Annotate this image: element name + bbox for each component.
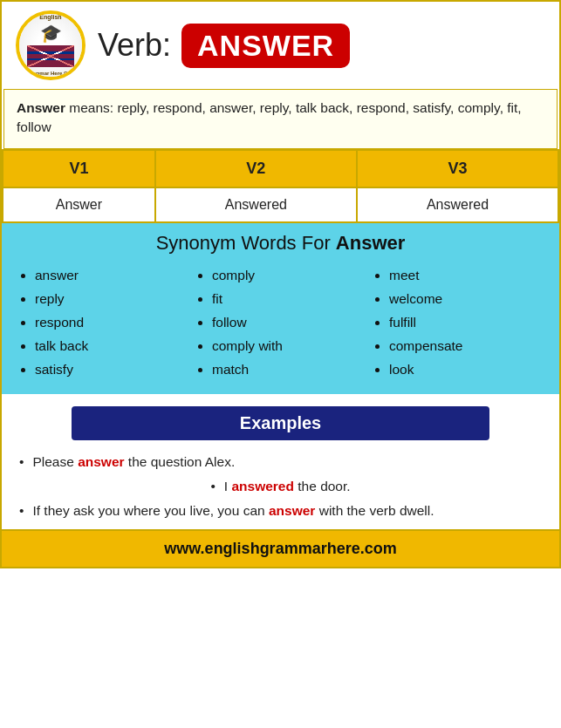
list-item: satisfy	[35, 357, 188, 381]
bullet-icon-3: •	[19, 503, 24, 519]
synonym-title-text: Synonym Words For	[156, 232, 336, 254]
title-area: Verb: ANSWER	[98, 24, 350, 68]
list-item: compensate	[389, 334, 542, 357]
example-text-3: If they ask you where you live, you can …	[32, 503, 434, 519]
synonym-col-2: comply fit follow comply with match	[196, 263, 365, 382]
col-header-v2: V2	[155, 150, 357, 187]
synonym-title: Synonym Words For Answer	[19, 232, 542, 255]
list-item: meet	[389, 263, 542, 287]
logo-top-text: English	[39, 14, 61, 21]
verb-v1: Answer	[3, 187, 155, 222]
bullet-icon-2: •	[210, 479, 215, 494]
highlight-answer-1: answer	[78, 454, 124, 469]
col-header-v3: V3	[357, 150, 558, 187]
example-row-3: • If they ask you where you live, you ca…	[19, 503, 542, 519]
definition-label: Answer	[17, 100, 65, 115]
definition-box: Answer means: reply, respond, answer, re…	[3, 89, 558, 149]
page-wrapper: English 🎓 Grammar Here.Com Verb: ANSWER …	[0, 0, 561, 568]
verb-v2: Answered	[155, 187, 357, 222]
footer: www.englishgrammarhere.com	[2, 529, 559, 567]
list-item: answer	[35, 263, 188, 287]
list-item: fit	[212, 287, 365, 310]
list-item: welcome	[389, 287, 542, 310]
verb-v3: Answered	[357, 187, 558, 222]
logo: English 🎓 Grammar Here.Com	[16, 10, 86, 80]
synonym-col-3: meet welcome fulfill compensate look	[373, 263, 542, 382]
footer-url: www.englishgrammarhere.com	[164, 540, 396, 557]
definition-text: means: reply, respond, answer, reply, ta…	[17, 100, 522, 134]
synonym-col-1: answer reply respond talk back satisfy	[19, 263, 188, 382]
highlight-answer-3: answer	[269, 503, 315, 518]
synonym-grid: answer reply respond talk back satisfy c…	[19, 263, 542, 382]
examples-header: Examples	[72, 406, 489, 440]
example-row-2: • I answered the door.	[19, 479, 542, 494]
example-row-1: • Please answer the question Alex.	[19, 454, 542, 470]
verb-table: V1 V2 V3 Answer Answered Answered	[2, 149, 559, 223]
logo-flag-icon	[27, 45, 74, 66]
list-item: talk back	[35, 334, 188, 357]
synonym-title-word: Answer	[336, 232, 405, 254]
synonym-section: Synonym Words For Answer answer reply re…	[2, 223, 559, 394]
example-text-1: Please answer the question Alex.	[32, 454, 235, 470]
list-item: comply with	[212, 334, 365, 357]
logo-bottom-text: Grammar Here.Com	[26, 71, 76, 77]
col-header-v1: V1	[3, 150, 155, 187]
highlight-answered-2: answered	[231, 479, 294, 493]
example-text-2: I answered the door.	[224, 479, 351, 494]
list-item: fulfill	[389, 310, 542, 334]
logo-graduation-icon: 🎓	[40, 23, 62, 44]
bullet-icon-1: •	[19, 454, 24, 470]
list-item: comply	[212, 263, 365, 287]
title-prefix: Verb:	[98, 27, 171, 64]
header: English 🎓 Grammar Here.Com Verb: ANSWER	[2, 2, 559, 89]
list-item: follow	[212, 310, 365, 334]
list-item: match	[212, 357, 365, 381]
title-word-badge: ANSWER	[181, 24, 350, 68]
list-item: respond	[35, 310, 188, 334]
list-item: reply	[35, 287, 188, 310]
examples-header-area: Examples	[2, 394, 559, 444]
list-item: look	[389, 357, 542, 381]
examples-area: • Please answer the question Alex. • I a…	[2, 444, 559, 529]
